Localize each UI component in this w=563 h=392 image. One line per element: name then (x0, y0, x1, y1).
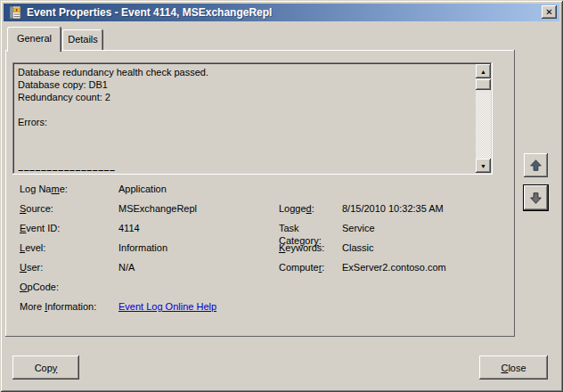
event-description-text: Database redundancy health check passed.… (14, 64, 476, 173)
user-value: N/A (118, 261, 135, 274)
scroll-down-icon[interactable]: ▼ (476, 159, 491, 173)
field-label: More Information: (20, 300, 118, 313)
field-source: Source: MSExchangeRepl (20, 202, 197, 215)
message-line (18, 153, 472, 166)
field-computer: Computer: ExServer2.contoso.com (279, 261, 446, 274)
log-name-value: Application (118, 183, 167, 195)
scrollbar-thumb[interactable] (476, 79, 491, 90)
keywords-value: Classic (342, 241, 373, 254)
event-log-icon (8, 5, 22, 20)
event-properties-dialog: Event Properties - Event 4114, MSExchang… (0, 0, 563, 392)
next-event-button[interactable] (523, 184, 549, 211)
tab-general[interactable]: General (7, 27, 61, 52)
message-line (18, 103, 472, 116)
field-label: Log Name: (20, 183, 118, 195)
computer-value: ExServer2.contoso.com (342, 261, 446, 274)
copy-button[interactable]: Copy (12, 355, 79, 380)
field-label: Level: (20, 241, 118, 254)
block-arrow-up-icon (528, 158, 543, 173)
field-label: Source: (20, 202, 118, 215)
field-label: Computer: (279, 261, 342, 274)
titlebar: Event Properties - Event 4114, MSExchang… (4, 4, 559, 21)
level-value: Information (118, 241, 167, 254)
field-log-name: Log Name: Application (20, 183, 167, 195)
message-line (18, 128, 472, 141)
field-level: Level: Information (20, 241, 167, 254)
message-line: Errors: (18, 116, 472, 128)
message-line: Database copy: DB1 (18, 78, 472, 91)
close-icon[interactable]: ✕ (542, 5, 557, 19)
vertical-scrollbar[interactable]: ▲ ▼ (476, 64, 491, 173)
tab-details[interactable]: Details (62, 29, 103, 52)
field-label: Keywords: (279, 241, 342, 254)
message-line (18, 141, 472, 153)
event-description-box[interactable]: Database redundancy health check passed.… (12, 62, 493, 175)
field-label: Logged: (279, 202, 342, 215)
close-button[interactable]: Close (479, 355, 548, 380)
field-event-id: Event ID: 4114 (20, 222, 140, 234)
copy-button-label: Copy (35, 363, 58, 373)
event-id-value: 4114 (118, 222, 140, 234)
message-line: ================= (18, 166, 472, 173)
close-button-label: Close (501, 363, 526, 373)
dialog-title: Event Properties - Event 4114, MSExchang… (27, 6, 272, 19)
field-label: User: (20, 261, 118, 274)
field-more-information: More Information: Event Log Online Help (20, 300, 216, 313)
source-value: MSExchangeRepl (118, 202, 197, 215)
message-line: Database redundancy health check passed. (18, 66, 472, 78)
previous-event-button[interactable] (524, 153, 548, 177)
logged-value: 8/15/2010 10:32:35 AM (342, 202, 444, 215)
field-opcode: OpCode: (20, 281, 118, 293)
block-arrow-down-icon (528, 191, 543, 206)
scroll-up-icon[interactable]: ▲ (476, 64, 491, 78)
event-log-online-help-link[interactable]: Event Log Online Help (118, 300, 216, 313)
field-user: User: N/A (20, 261, 135, 274)
field-label: Event ID: (20, 222, 118, 234)
message-line: Redundancy count: 2 (18, 91, 472, 103)
field-keywords: Keywords: Classic (279, 241, 373, 254)
field-logged: Logged: 8/15/2010 10:32:35 AM (279, 202, 444, 215)
field-label: OpCode: (20, 281, 118, 293)
